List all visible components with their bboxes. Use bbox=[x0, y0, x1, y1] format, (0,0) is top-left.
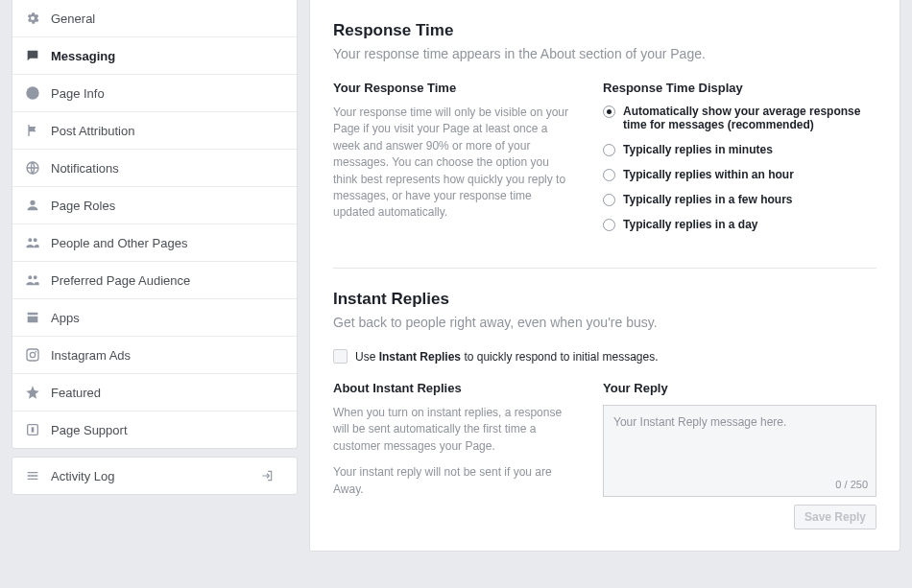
radio-label: Typically replies in a day bbox=[623, 218, 758, 231]
sidebar-item-label: Preferred Page Audience bbox=[51, 273, 190, 288]
checkbox-icon bbox=[333, 349, 348, 364]
sidebar-item-label: People and Other Pages bbox=[51, 236, 187, 250]
list-icon bbox=[24, 468, 41, 483]
instant-replies-subtitle: Get back to people right away, even when… bbox=[333, 315, 876, 330]
radio-icon bbox=[603, 144, 615, 156]
radio-label: Automatically show your average response… bbox=[623, 105, 876, 131]
instant-replies-title: Instant Replies bbox=[333, 290, 876, 309]
radio-icon bbox=[603, 169, 615, 181]
sidebar-item-general[interactable]: General bbox=[12, 0, 297, 37]
svg-point-3 bbox=[30, 352, 35, 357]
svg-rect-2 bbox=[27, 349, 38, 361]
exit-icon bbox=[258, 468, 276, 483]
rt-option-few-hours[interactable]: Typically replies in a few hours bbox=[603, 193, 876, 206]
rt-option-day[interactable]: Typically replies in a day bbox=[603, 218, 876, 231]
person-icon bbox=[24, 198, 41, 213]
sidebar-item-label: Messaging bbox=[51, 49, 115, 63]
sidebar-item-label: Notifications bbox=[51, 161, 119, 176]
main-content: Response Time Your response time appears… bbox=[309, 0, 900, 552]
radio-label: Typically replies within an hour bbox=[623, 168, 794, 181]
svg-point-4 bbox=[36, 351, 37, 353]
sidebar-item-label: General bbox=[51, 12, 95, 26]
sidebar-item-instagram-ads[interactable]: Instagram Ads bbox=[12, 337, 297, 374]
about-instant-replies-p1: When you turn on instant replies, a resp… bbox=[333, 405, 572, 455]
response-time-title: Response Time bbox=[333, 21, 876, 40]
sidebar-item-activity-log[interactable]: Activity Log bbox=[12, 458, 297, 494]
checkbox-label: Use Instant Replies to quickly respond t… bbox=[355, 350, 658, 364]
rt-option-automatic[interactable]: Automatically show your average response… bbox=[603, 105, 876, 131]
star-icon bbox=[24, 385, 41, 400]
response-time-display-heading: Response Time Display bbox=[603, 81, 876, 95]
svg-point-0 bbox=[26, 86, 38, 99]
your-response-time-body: Your response time will only be visible … bbox=[333, 105, 572, 222]
sidebar-item-label: Apps bbox=[51, 311, 80, 325]
about-instant-replies-heading: About Instant Replies bbox=[333, 381, 572, 395]
rt-option-minutes[interactable]: Typically replies in minutes bbox=[603, 143, 876, 156]
about-instant-replies-p2: Your instant reply will not be sent if y… bbox=[333, 464, 572, 498]
sidebar-item-label: Page Roles bbox=[51, 199, 115, 213]
sidebar-item-label: Instagram Ads bbox=[51, 348, 131, 363]
sidebar-item-page-info[interactable]: Page Info bbox=[12, 75, 297, 112]
rt-option-hour[interactable]: Typically replies within an hour bbox=[603, 168, 876, 181]
audience-icon bbox=[24, 272, 41, 288]
sidebar-item-label: Featured bbox=[51, 386, 101, 400]
sidebar-item-label: Page Support bbox=[51, 423, 128, 437]
sidebar-item-label: Activity Log bbox=[51, 469, 114, 483]
sidebar-item-people-pages[interactable]: People and Other Pages bbox=[12, 224, 297, 262]
instant-replies-toggle[interactable]: Use Instant Replies to quickly respond t… bbox=[333, 349, 876, 364]
sidebar-item-featured[interactable]: Featured bbox=[12, 374, 297, 412]
your-reply-heading: Your Reply bbox=[603, 381, 876, 395]
messaging-icon bbox=[24, 48, 41, 63]
instagram-icon bbox=[24, 347, 41, 363]
sidebar-item-label: Post Attribution bbox=[51, 124, 134, 138]
sidebar-item-apps[interactable]: Apps bbox=[12, 299, 297, 337]
textarea-placeholder: Your Instant Reply message here. bbox=[613, 415, 786, 429]
sidebar-item-preferred-audience[interactable]: Preferred Page Audience bbox=[12, 262, 297, 299]
flag-icon bbox=[24, 123, 41, 138]
divider bbox=[333, 268, 876, 269]
response-time-subtitle: Your response time appears in the About … bbox=[333, 46, 876, 61]
instant-reply-textarea[interactable]: Your Instant Reply message here. 0 / 250 bbox=[603, 405, 876, 497]
save-reply-button[interactable]: Save Reply bbox=[794, 505, 876, 529]
apps-icon bbox=[24, 310, 41, 325]
radio-icon bbox=[603, 219, 615, 231]
gear-icon bbox=[24, 11, 41, 26]
support-icon bbox=[24, 422, 41, 437]
people-icon bbox=[24, 235, 41, 250]
info-icon bbox=[24, 85, 41, 101]
sidebar-item-page-support[interactable]: Page Support bbox=[12, 412, 297, 448]
sidebar-item-page-roles[interactable]: Page Roles bbox=[12, 187, 297, 224]
sidebar-item-label: Page Info bbox=[51, 86, 105, 101]
sidebar-item-notifications[interactable]: Notifications bbox=[12, 150, 297, 187]
radio-label: Typically replies in a few hours bbox=[623, 193, 793, 206]
globe-icon bbox=[24, 160, 41, 176]
sidebar-item-post-attribution[interactable]: Post Attribution bbox=[12, 112, 297, 150]
radio-icon bbox=[603, 194, 615, 206]
radio-icon bbox=[603, 106, 615, 118]
your-response-time-heading: Your Response Time bbox=[333, 81, 572, 95]
char-counter: 0 / 250 bbox=[835, 479, 868, 490]
sidebar-item-messaging[interactable]: Messaging bbox=[12, 37, 297, 75]
radio-label: Typically replies in minutes bbox=[623, 143, 773, 156]
